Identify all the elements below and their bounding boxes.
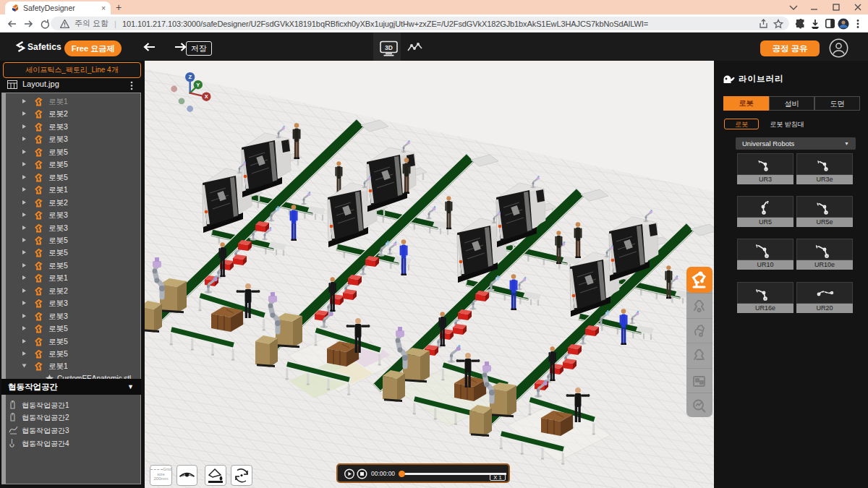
- svg-text:Y: Y: [196, 82, 200, 88]
- svg-text:X: X: [205, 93, 208, 100]
- svg-text:Z: Z: [188, 74, 192, 80]
- svg-text:3D: 3D: [385, 44, 393, 51]
